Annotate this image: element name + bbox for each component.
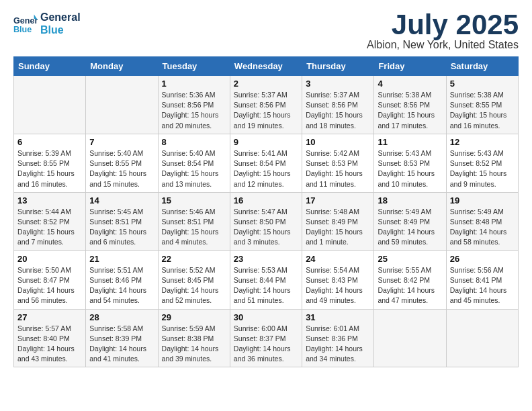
logo-blue: Blue [40, 24, 81, 36]
day-number: 27 [17, 312, 82, 322]
day-number: 28 [89, 312, 154, 322]
day-detail: Sunrise: 5:42 AMSunset: 8:53 PMDaylight:… [306, 148, 370, 189]
page-header: General Blue General Blue July 2025 Albi… [13, 11, 519, 51]
day-number: 18 [378, 195, 442, 205]
month-title: July 2025 [367, 11, 519, 39]
day-number: 16 [234, 195, 298, 205]
day-number: 19 [450, 195, 515, 205]
calendar-week-4: 20Sunrise: 5:50 AMSunset: 8:47 PMDayligh… [14, 250, 519, 309]
calendar-cell: 29Sunrise: 5:59 AMSunset: 8:38 PMDayligh… [158, 309, 230, 367]
day-detail: Sunrise: 5:50 AMSunset: 8:47 PMDaylight:… [17, 265, 82, 306]
calendar-cell: 20Sunrise: 5:50 AMSunset: 8:47 PMDayligh… [14, 250, 86, 309]
day-number: 17 [306, 195, 370, 205]
day-number: 3 [306, 79, 370, 89]
calendar-cell [14, 76, 86, 134]
calendar-cell [86, 76, 158, 134]
day-detail: Sunrise: 5:43 AMSunset: 8:52 PMDaylight:… [450, 148, 515, 189]
day-detail: Sunrise: 5:38 AMSunset: 8:56 PMDaylight:… [378, 90, 442, 131]
calendar-cell: 7Sunrise: 5:40 AMSunset: 8:55 PMDaylight… [86, 134, 158, 192]
calendar-cell: 26Sunrise: 5:56 AMSunset: 8:41 PMDayligh… [446, 250, 518, 309]
day-number: 26 [450, 254, 515, 264]
weekday-thursday: Thursday [302, 57, 374, 76]
calendar-week-1: 1Sunrise: 5:36 AMSunset: 8:56 PMDaylight… [14, 76, 519, 134]
day-detail: Sunrise: 5:40 AMSunset: 8:54 PMDaylight:… [162, 148, 226, 189]
day-number: 11 [378, 137, 442, 147]
day-detail: Sunrise: 5:39 AMSunset: 8:55 PMDaylight:… [17, 148, 82, 189]
calendar-cell: 22Sunrise: 5:52 AMSunset: 8:45 PMDayligh… [158, 250, 230, 309]
day-number: 5 [450, 79, 515, 89]
weekday-sunday: Sunday [14, 57, 86, 76]
day-number: 25 [378, 254, 442, 264]
logo-general: General [40, 11, 81, 24]
day-number: 12 [450, 137, 515, 147]
day-detail: Sunrise: 5:47 AMSunset: 8:50 PMDaylight:… [234, 207, 298, 248]
calendar-cell: 16Sunrise: 5:47 AMSunset: 8:50 PMDayligh… [230, 192, 302, 250]
day-detail: Sunrise: 5:38 AMSunset: 8:55 PMDaylight:… [450, 90, 515, 131]
day-detail: Sunrise: 5:53 AMSunset: 8:44 PMDaylight:… [234, 265, 298, 306]
day-detail: Sunrise: 5:37 AMSunset: 8:56 PMDaylight:… [234, 90, 298, 131]
calendar-cell: 3Sunrise: 5:37 AMSunset: 8:56 PMDaylight… [302, 76, 374, 134]
day-detail: Sunrise: 5:58 AMSunset: 8:39 PMDaylight:… [89, 324, 154, 365]
calendar-cell: 8Sunrise: 5:40 AMSunset: 8:54 PMDaylight… [158, 134, 230, 192]
weekday-tuesday: Tuesday [158, 57, 230, 76]
calendar-cell: 27Sunrise: 5:57 AMSunset: 8:40 PMDayligh… [14, 309, 86, 367]
day-number: 4 [378, 79, 442, 89]
calendar-body: 1Sunrise: 5:36 AMSunset: 8:56 PMDaylight… [14, 76, 519, 367]
calendar-cell: 2Sunrise: 5:37 AMSunset: 8:56 PMDaylight… [230, 76, 302, 134]
day-detail: Sunrise: 5:56 AMSunset: 8:41 PMDaylight:… [450, 265, 515, 306]
day-number: 21 [89, 254, 154, 264]
day-number: 15 [162, 195, 226, 205]
calendar-cell: 12Sunrise: 5:43 AMSunset: 8:52 PMDayligh… [446, 134, 518, 192]
day-number: 7 [89, 137, 154, 147]
title-block: July 2025 Albion, New York, United State… [367, 11, 519, 51]
calendar-cell: 4Sunrise: 5:38 AMSunset: 8:56 PMDaylight… [374, 76, 446, 134]
day-number: 29 [162, 312, 226, 322]
calendar-cell: 14Sunrise: 5:45 AMSunset: 8:51 PMDayligh… [86, 192, 158, 250]
day-detail: Sunrise: 5:49 AMSunset: 8:49 PMDaylight:… [378, 207, 442, 248]
day-detail: Sunrise: 5:59 AMSunset: 8:38 PMDaylight:… [162, 324, 226, 365]
day-detail: Sunrise: 5:40 AMSunset: 8:55 PMDaylight:… [89, 148, 154, 189]
weekday-friday: Friday [374, 57, 446, 76]
day-detail: Sunrise: 5:57 AMSunset: 8:40 PMDaylight:… [17, 324, 82, 365]
day-number: 1 [162, 79, 226, 89]
day-detail: Sunrise: 5:54 AMSunset: 8:43 PMDaylight:… [306, 265, 370, 306]
day-number: 23 [234, 254, 298, 264]
day-detail: Sunrise: 5:46 AMSunset: 8:51 PMDaylight:… [162, 207, 226, 248]
calendar-cell: 30Sunrise: 6:00 AMSunset: 8:37 PMDayligh… [230, 309, 302, 367]
day-number: 14 [89, 195, 154, 205]
day-detail: Sunrise: 5:36 AMSunset: 8:56 PMDaylight:… [162, 90, 226, 131]
calendar-cell: 6Sunrise: 5:39 AMSunset: 8:55 PMDaylight… [14, 134, 86, 192]
day-detail: Sunrise: 5:41 AMSunset: 8:54 PMDaylight:… [234, 148, 298, 189]
day-number: 9 [234, 137, 298, 147]
calendar-cell: 28Sunrise: 5:58 AMSunset: 8:39 PMDayligh… [86, 309, 158, 367]
calendar-cell: 11Sunrise: 5:43 AMSunset: 8:53 PMDayligh… [374, 134, 446, 192]
day-detail: Sunrise: 5:55 AMSunset: 8:42 PMDaylight:… [378, 265, 442, 306]
day-number: 10 [306, 137, 370, 147]
calendar-cell [446, 309, 518, 367]
calendar-cell: 21Sunrise: 5:51 AMSunset: 8:46 PMDayligh… [86, 250, 158, 309]
location-title: Albion, New York, United States [367, 39, 519, 51]
calendar-cell: 10Sunrise: 5:42 AMSunset: 8:53 PMDayligh… [302, 134, 374, 192]
calendar-cell: 5Sunrise: 5:38 AMSunset: 8:55 PMDaylight… [446, 76, 518, 134]
calendar-week-5: 27Sunrise: 5:57 AMSunset: 8:40 PMDayligh… [14, 309, 519, 367]
calendar-week-2: 6Sunrise: 5:39 AMSunset: 8:55 PMDaylight… [14, 134, 519, 192]
calendar-cell: 17Sunrise: 5:48 AMSunset: 8:49 PMDayligh… [302, 192, 374, 250]
calendar-cell: 15Sunrise: 5:46 AMSunset: 8:51 PMDayligh… [158, 192, 230, 250]
calendar-cell: 31Sunrise: 6:01 AMSunset: 8:36 PMDayligh… [302, 309, 374, 367]
weekday-header-row: SundayMondayTuesdayWednesdayThursdayFrid… [14, 57, 519, 76]
calendar-cell: 24Sunrise: 5:54 AMSunset: 8:43 PMDayligh… [302, 250, 374, 309]
svg-text:Blue: Blue [13, 25, 32, 34]
logo: General Blue General Blue [13, 11, 81, 36]
day-detail: Sunrise: 5:52 AMSunset: 8:45 PMDaylight:… [162, 265, 226, 306]
calendar-table: SundayMondayTuesdayWednesdayThursdayFrid… [13, 56, 519, 367]
calendar-cell: 9Sunrise: 5:41 AMSunset: 8:54 PMDaylight… [230, 134, 302, 192]
calendar-cell: 13Sunrise: 5:44 AMSunset: 8:52 PMDayligh… [14, 192, 86, 250]
day-number: 22 [162, 254, 226, 264]
day-number: 6 [17, 137, 82, 147]
calendar-week-3: 13Sunrise: 5:44 AMSunset: 8:52 PMDayligh… [14, 192, 519, 250]
calendar-cell: 23Sunrise: 5:53 AMSunset: 8:44 PMDayligh… [230, 250, 302, 309]
day-number: 31 [306, 312, 370, 322]
day-detail: Sunrise: 5:44 AMSunset: 8:52 PMDaylight:… [17, 207, 82, 248]
day-detail: Sunrise: 5:49 AMSunset: 8:48 PMDaylight:… [450, 207, 515, 248]
calendar-cell: 1Sunrise: 5:36 AMSunset: 8:56 PMDaylight… [158, 76, 230, 134]
